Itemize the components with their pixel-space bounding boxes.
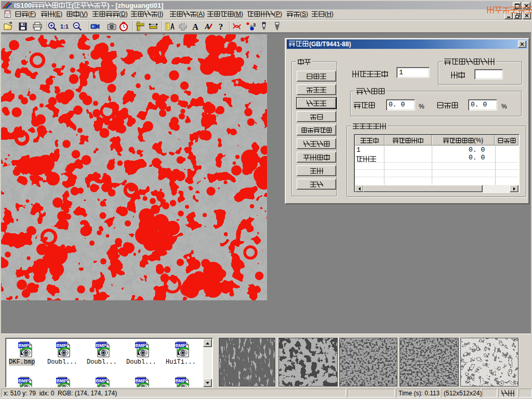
- svg-text:3: 3: [253, 22, 256, 28]
- svg-text:?: ?: [219, 22, 223, 32]
- svg-text:1:1: 1:1: [60, 23, 69, 30]
- svg-text:A: A: [192, 22, 198, 31]
